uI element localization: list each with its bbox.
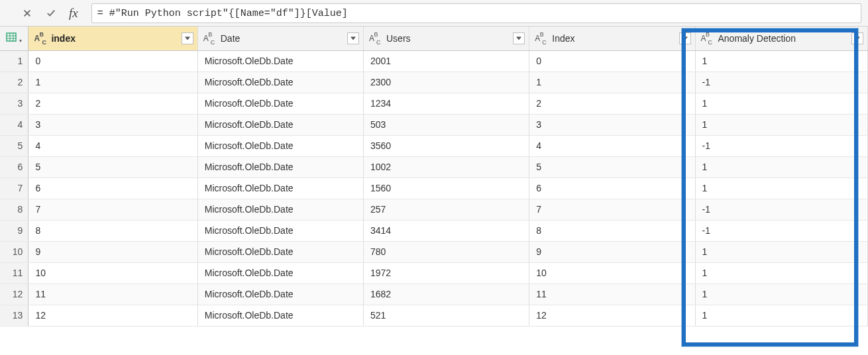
cell-index[interactable]: 12 (28, 305, 197, 326)
cell-users[interactable]: 3414 (364, 220, 529, 241)
cell-index[interactable]: 6 (28, 178, 197, 199)
cell-index2[interactable]: 5 (529, 156, 695, 178)
cell-date[interactable]: Microsoft.OleDb.Date (197, 220, 363, 241)
cell-anomaly[interactable]: 1 (695, 178, 868, 199)
cell-index2[interactable]: 11 (529, 283, 695, 305)
filter-button[interactable] (513, 32, 525, 44)
cell-index[interactable]: 0 (28, 50, 197, 72)
cell-index2[interactable]: 0 (529, 50, 695, 72)
cell-users[interactable]: 1234 (364, 93, 529, 114)
cell-users[interactable]: 1002 (364, 156, 529, 178)
cell-anomaly[interactable]: 1 (695, 156, 868, 178)
cell-index[interactable]: 9 (28, 241, 197, 262)
cell-date[interactable]: Microsoft.OleDb.Date (197, 262, 363, 283)
cell-anomaly[interactable]: -1 (695, 72, 868, 93)
cell-users[interactable]: 3560 (364, 135, 529, 156)
cell-anomaly[interactable]: -1 (695, 199, 868, 220)
filter-button[interactable] (347, 32, 359, 44)
table-row[interactable]: 21Microsoft.OleDb.Date23001-1 (0, 72, 868, 93)
cell-anomaly[interactable]: 1 (695, 93, 868, 114)
cell-index[interactable]: 2 (28, 93, 197, 114)
cell-users[interactable]: 780 (364, 241, 529, 262)
row-number[interactable]: 5 (0, 135, 28, 156)
cell-users[interactable]: 2300 (364, 72, 529, 93)
row-number[interactable]: 12 (0, 283, 28, 305)
cell-anomaly[interactable]: -1 (695, 220, 868, 241)
cell-index2[interactable]: 6 (529, 178, 695, 199)
cell-anomaly[interactable]: 1 (695, 305, 868, 326)
row-number[interactable]: 6 (0, 156, 28, 178)
table-row[interactable]: 98Microsoft.OleDb.Date34148-1 (0, 220, 868, 241)
cell-index[interactable]: 8 (28, 220, 197, 241)
cell-index[interactable]: 1 (28, 72, 197, 93)
filter-button[interactable] (182, 32, 193, 44)
table-row[interactable]: 65Microsoft.OleDb.Date100251 (0, 156, 868, 178)
cell-date[interactable]: Microsoft.OleDb.Date (197, 156, 363, 178)
row-number[interactable]: 11 (0, 262, 28, 283)
table-row[interactable]: 87Microsoft.OleDb.Date2577-1 (0, 199, 868, 220)
cell-date[interactable]: Microsoft.OleDb.Date (197, 114, 363, 135)
cell-date[interactable]: Microsoft.OleDb.Date (197, 135, 363, 156)
cell-date[interactable]: Microsoft.OleDb.Date (197, 93, 363, 114)
row-number[interactable]: 13 (0, 305, 28, 326)
cell-index2[interactable]: 9 (529, 241, 695, 262)
cell-anomaly[interactable]: 1 (695, 241, 868, 262)
row-number[interactable]: 10 (0, 241, 28, 262)
cell-index[interactable]: 4 (28, 135, 197, 156)
cell-date[interactable]: Microsoft.OleDb.Date (197, 50, 363, 72)
column-header-index2[interactable]: ABC Index (529, 26, 695, 50)
cell-users[interactable]: 1560 (364, 178, 529, 199)
table-options-button[interactable]: ▾ (0, 26, 28, 50)
table-row[interactable]: 43Microsoft.OleDb.Date50331 (0, 114, 868, 135)
table-row[interactable]: 10Microsoft.OleDb.Date200101 (0, 50, 868, 72)
cell-index[interactable]: 3 (28, 114, 197, 135)
row-number[interactable]: 3 (0, 93, 28, 114)
cell-index2[interactable]: 8 (529, 220, 695, 241)
cell-anomaly[interactable]: -1 (695, 135, 868, 156)
column-header-date[interactable]: ABC Date (197, 26, 363, 50)
column-header-users[interactable]: ABC Users (364, 26, 529, 50)
cell-index2[interactable]: 10 (529, 262, 695, 283)
cell-users[interactable]: 257 (364, 199, 529, 220)
row-number[interactable]: 7 (0, 178, 28, 199)
cell-users[interactable]: 1682 (364, 283, 529, 305)
table-row[interactable]: 54Microsoft.OleDb.Date35604-1 (0, 135, 868, 156)
row-number[interactable]: 4 (0, 114, 28, 135)
cell-date[interactable]: Microsoft.OleDb.Date (197, 283, 363, 305)
table-row[interactable]: 32Microsoft.OleDb.Date123421 (0, 93, 868, 114)
cell-anomaly[interactable]: 1 (695, 114, 868, 135)
row-number[interactable]: 2 (0, 72, 28, 93)
cell-index2[interactable]: 3 (529, 114, 695, 135)
cell-anomaly[interactable]: 1 (695, 283, 868, 305)
cell-date[interactable]: Microsoft.OleDb.Date (197, 199, 363, 220)
cell-index[interactable]: 11 (28, 283, 197, 305)
cell-users[interactable]: 1972 (364, 262, 529, 283)
cell-users[interactable]: 503 (364, 114, 529, 135)
formula-input[interactable]: = #"Run Python script"{[Name="df"]}[Valu… (91, 3, 861, 23)
cell-date[interactable]: Microsoft.OleDb.Date (197, 72, 363, 93)
cell-index2[interactable]: 1 (529, 72, 695, 93)
table-row[interactable]: 76Microsoft.OleDb.Date156061 (0, 178, 868, 199)
cell-index2[interactable]: 7 (529, 199, 695, 220)
cancel-formula-icon[interactable] (20, 6, 34, 21)
cell-anomaly[interactable]: 1 (695, 262, 868, 283)
cell-index2[interactable]: 12 (529, 305, 695, 326)
cell-index[interactable]: 10 (28, 262, 197, 283)
filter-button[interactable] (851, 32, 863, 44)
cell-anomaly[interactable]: 1 (695, 50, 868, 72)
cell-index2[interactable]: 2 (529, 93, 695, 114)
row-number[interactable]: 8 (0, 199, 28, 220)
table-row[interactable]: 109Microsoft.OleDb.Date78091 (0, 241, 868, 262)
confirm-formula-icon[interactable] (44, 6, 58, 21)
cell-users[interactable]: 521 (364, 305, 529, 326)
filter-button[interactable] (679, 32, 691, 44)
cell-index[interactable]: 7 (28, 199, 197, 220)
column-header-anomaly-detection[interactable]: ABC Anomaly Detection (695, 26, 868, 50)
cell-date[interactable]: Microsoft.OleDb.Date (197, 178, 363, 199)
table-row[interactable]: 1110Microsoft.OleDb.Date1972101 (0, 262, 868, 283)
cell-users[interactable]: 2001 (364, 50, 529, 72)
row-number[interactable]: 9 (0, 220, 28, 241)
cell-index2[interactable]: 4 (529, 135, 695, 156)
table-row[interactable]: 1312Microsoft.OleDb.Date521121 (0, 305, 868, 326)
cell-date[interactable]: Microsoft.OleDb.Date (197, 305, 363, 326)
